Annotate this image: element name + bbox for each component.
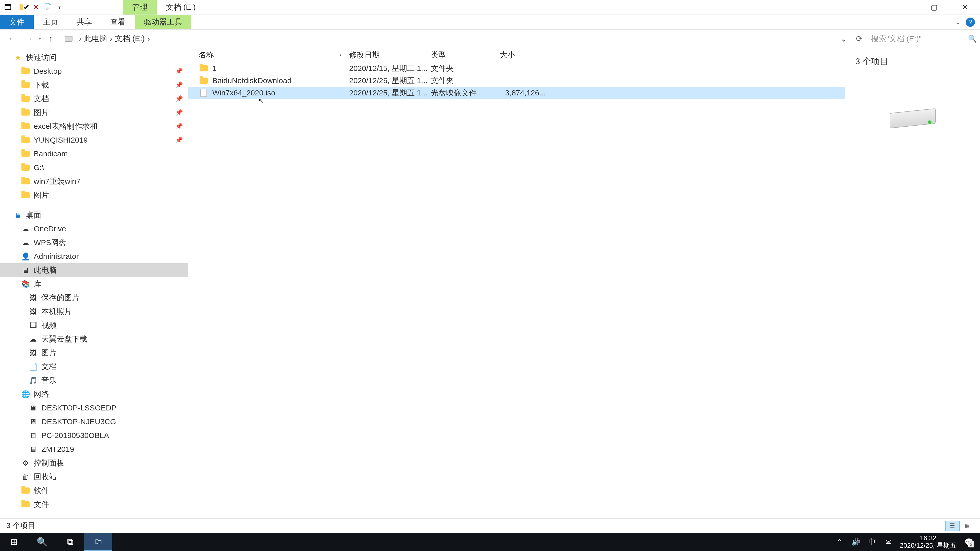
- sidebar-item-desktop[interactable]: 文件: [0, 497, 188, 511]
- file-type: 文件夹: [431, 63, 500, 74]
- pin-icon: 📌: [175, 68, 183, 75]
- recycle-icon: 🗑: [21, 472, 30, 482]
- chevron-right-icon[interactable]: ›: [145, 34, 153, 43]
- sidebar-item-quick[interactable]: 图片: [0, 188, 188, 202]
- sidebar-desktop[interactable]: 🖥 桌面: [0, 208, 188, 222]
- search-input[interactable]: [871, 35, 968, 43]
- sidebar-item-quick[interactable]: excel表格制作求和📌: [0, 119, 188, 133]
- tray-overflow-icon[interactable]: ⌃: [834, 538, 845, 546]
- sidebar-item-desktop[interactable]: 🌐网络: [0, 387, 188, 401]
- close-button[interactable]: ✕: [950, 0, 980, 15]
- sidebar-item-label: 天翼云盘下载: [41, 334, 87, 345]
- action-center-button[interactable]: 💬3: [963, 536, 975, 548]
- search-box[interactable]: 🔍: [868, 32, 975, 46]
- tray-app-icon[interactable]: ✉: [883, 538, 894, 546]
- sidebar-item-quick[interactable]: G:\: [0, 161, 188, 175]
- context-tab-manage[interactable]: 管理: [123, 0, 157, 14]
- file-row[interactable]: 12020/12/15, 星期二 1...文件夹: [188, 62, 845, 75]
- breadcrumb[interactable]: › 此电脑 › 文档 (E:) › ⌄: [60, 32, 850, 46]
- column-header-type[interactable]: 类型: [431, 50, 500, 60]
- pin-icon: 📌: [175, 137, 183, 144]
- sidebar-item-desktop[interactable]: 🖼图片: [0, 346, 188, 360]
- forward-button[interactable]: →: [22, 32, 36, 46]
- sidebar-item-desktop[interactable]: 🖥ZMT2019: [0, 442, 188, 456]
- task-view-button[interactable]: ⧉: [56, 533, 84, 551]
- history-dropdown-icon[interactable]: ▾: [39, 36, 41, 41]
- sidebar-item-quick[interactable]: win7重装win7: [0, 175, 188, 188]
- sidebar-item-desktop[interactable]: ☁WPS网盘: [0, 236, 188, 249]
- ribbon-collapse-icon[interactable]: ⌄: [955, 18, 961, 26]
- clock-date: 2020/12/25, 星期五: [900, 542, 956, 549]
- file-row[interactable]: BaiduNetdiskDownload2020/12/25, 星期五 1...…: [188, 75, 845, 87]
- search-button[interactable]: 🔍: [28, 533, 56, 551]
- qat-newfolder-icon[interactable]: 📄: [43, 2, 53, 13]
- volume-icon[interactable]: 🔊: [851, 538, 861, 546]
- sidebar-item-desktop[interactable]: ⚙控制面板: [0, 456, 188, 470]
- pin-icon: 📌: [175, 123, 183, 130]
- folder-icon: [21, 176, 30, 186]
- sidebar-item-quick[interactable]: YUNQISHI2019📌: [0, 133, 188, 147]
- sidebar-item-quick[interactable]: 图片📌: [0, 106, 188, 119]
- taskbar-clock[interactable]: 16:32 2020/12/25, 星期五: [900, 534, 956, 549]
- sidebar-item-quick[interactable]: Desktop📌: [0, 64, 188, 78]
- file-row[interactable]: Win7x64_2020.iso2020/12/25, 星期五 1...光盘映像…: [188, 87, 845, 99]
- window-title: 文档 (E:): [157, 0, 205, 14]
- sidebar-item-desktop[interactable]: 📚库: [0, 277, 188, 291]
- sidebar-item-desktop[interactable]: ☁天翼云盘下载: [0, 332, 188, 346]
- qat-properties-icon[interactable]: ✔: [19, 2, 29, 13]
- chevron-right-icon[interactable]: ›: [76, 34, 84, 43]
- qat-delete-icon[interactable]: ✕: [31, 2, 41, 13]
- sidebar-item-desktop[interactable]: 🖼本机照片: [0, 305, 188, 318]
- taskbar[interactable]: ⊞ 🔍 ⧉ 🗂 ⌃ 🔊 中 ✉ 16:32 2020/12/25, 星期五 💬3: [0, 533, 980, 551]
- breadcrumb-dropdown-icon[interactable]: ⌄: [840, 34, 847, 44]
- sidebar-item-desktop[interactable]: 🖥DESKTOP-NJEU3CG: [0, 415, 188, 429]
- sidebar-item-label: 文档: [41, 362, 57, 372]
- ribbon-tab-drivetools[interactable]: 驱动器工具: [135, 15, 191, 29]
- column-header-name[interactable]: 名称 ▴: [199, 50, 349, 60]
- up-button[interactable]: ↑: [44, 32, 58, 46]
- sidebar-item-desktop[interactable]: 🗑回收站: [0, 470, 188, 484]
- chevron-right-icon[interactable]: ›: [107, 34, 115, 43]
- sidebar-item-label: 图片: [34, 107, 49, 118]
- column-headers[interactable]: 名称 ▴ 修改日期 类型 大小: [188, 48, 845, 62]
- sidebar-item-quick[interactable]: Bandicam: [0, 147, 188, 161]
- file-type: 光盘映像文件: [431, 88, 500, 98]
- column-header-date[interactable]: 修改日期: [349, 50, 431, 60]
- start-button[interactable]: ⊞: [0, 533, 28, 551]
- ribbon-tab-file[interactable]: 文件: [0, 15, 34, 29]
- sidebar-item-desktop[interactable]: 📄文档: [0, 360, 188, 373]
- taskbar-explorer-button[interactable]: 🗂: [84, 533, 112, 551]
- pc-net-icon: 🖥: [28, 444, 38, 454]
- pin-icon: 📌: [175, 81, 183, 89]
- sidebar-item-desktop[interactable]: 👤Administrator: [0, 249, 188, 263]
- sidebar-item-desktop[interactable]: ☁OneDrive: [0, 222, 188, 236]
- sidebar-item-desktop[interactable]: 🖥DESKTOP-LSSOEDP: [0, 401, 188, 415]
- sidebar-item-desktop[interactable]: 🖼保存的图片: [0, 291, 188, 305]
- search-icon[interactable]: 🔍: [968, 35, 977, 43]
- breadcrumb-seg-thispc[interactable]: 此电脑: [84, 33, 107, 44]
- sidebar-item-desktop[interactable]: 🖥PC-20190530OBLA: [0, 429, 188, 442]
- breadcrumb-seg-drive[interactable]: 文档 (E:): [115, 33, 145, 44]
- refresh-button[interactable]: ⟳: [853, 33, 865, 45]
- column-header-size[interactable]: 大小: [500, 50, 551, 60]
- sidebar-quick-access[interactable]: ★ 快速访问: [0, 51, 188, 64]
- sidebar-item-quick[interactable]: 下载📌: [0, 78, 188, 92]
- ribbon-tab-share[interactable]: 共享: [67, 15, 101, 29]
- sidebar-item-desktop[interactable]: 软件: [0, 484, 188, 497]
- qat-dropdown-icon[interactable]: ▾: [54, 2, 65, 13]
- view-thumbnails-button[interactable]: ▦: [959, 521, 974, 531]
- ribbon-tab-view[interactable]: 查看: [101, 15, 135, 29]
- ime-indicator[interactable]: 中: [867, 537, 877, 547]
- cloud-icon: ☁: [21, 238, 30, 248]
- help-icon[interactable]: ?: [966, 17, 975, 27]
- back-button[interactable]: ←: [5, 32, 19, 46]
- navigation-pane[interactable]: ★ 快速访问 Desktop📌下载📌文档📌图片📌excel表格制作求和📌YUNQ…: [0, 48, 188, 518]
- sidebar-item-desktop[interactable]: 🎵音乐: [0, 373, 188, 387]
- view-details-button[interactable]: ☰: [945, 521, 959, 531]
- sidebar-item-desktop[interactable]: 🖥此电脑: [0, 263, 188, 277]
- minimize-button[interactable]: —: [888, 0, 919, 15]
- sidebar-item-quick[interactable]: 文档📌: [0, 92, 188, 106]
- ribbon-tab-home[interactable]: 主页: [34, 15, 67, 29]
- sidebar-item-desktop[interactable]: 🎞视频: [0, 318, 188, 332]
- maximize-button[interactable]: ▢: [919, 0, 950, 15]
